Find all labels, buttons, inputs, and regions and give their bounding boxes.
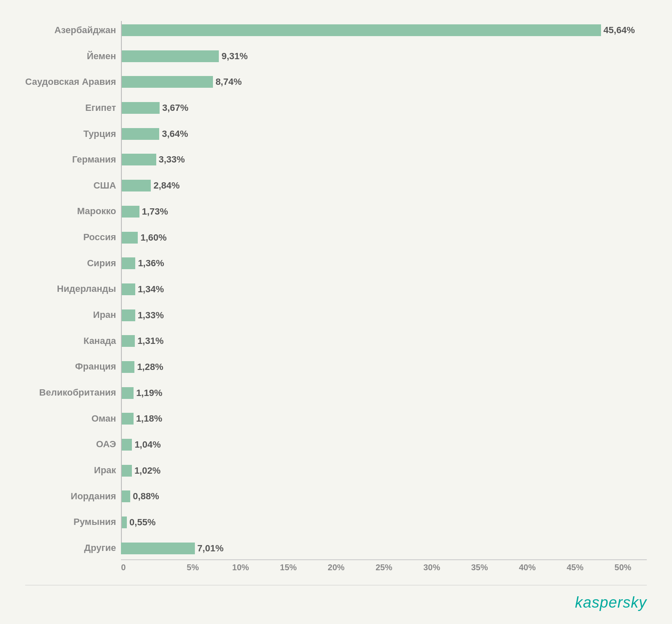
bar-18 — [121, 490, 130, 502]
bar-0 — [121, 24, 601, 36]
y-label-12: Канада — [84, 332, 116, 350]
bar-5 — [121, 154, 156, 165]
bar-value-12: 1,31% — [137, 336, 163, 346]
bar-20 — [121, 543, 194, 554]
bar-10 — [121, 283, 135, 295]
y-label-1: Йемен — [87, 47, 116, 66]
bar-value-19: 0,55% — [129, 517, 155, 528]
bar-11 — [121, 309, 135, 321]
chart-container: АзербайджанЙеменСаудовская АравияЕгипетТ… — [25, 17, 647, 572]
bar-value-20: 7,01% — [197, 543, 223, 554]
footer: kaspersky — [25, 585, 647, 616]
bar-value-1: 9,31% — [221, 51, 247, 62]
y-label-9: Сирия — [87, 254, 116, 273]
y-label-18: Иордания — [71, 487, 116, 506]
bar-value-11: 1,33% — [138, 310, 164, 321]
bar-row-17: 1,02% — [121, 461, 647, 480]
bar-4 — [121, 128, 159, 140]
y-label-5: Германия — [72, 150, 116, 169]
bar-value-18: 0,88% — [133, 491, 159, 502]
bar-row-2: 8,74% — [121, 73, 647, 91]
bar-1 — [121, 50, 219, 62]
y-label-6: США — [93, 176, 116, 195]
bar-row-14: 1,19% — [121, 384, 647, 402]
bar-value-6: 2,84% — [153, 180, 179, 191]
vertical-line — [121, 21, 122, 543]
bar-8 — [121, 232, 138, 244]
bar-value-14: 1,19% — [136, 388, 162, 399]
bar-value-9: 1,36% — [138, 258, 164, 269]
chart-area: АзербайджанЙеменСаудовская АравияЕгипетТ… — [25, 17, 647, 572]
y-label-15: Оман — [92, 409, 116, 428]
bar-value-2: 8,74% — [215, 76, 242, 87]
bar-row-11: 1,33% — [121, 306, 647, 325]
y-label-19: Румыния — [74, 513, 116, 531]
y-label-14: Великобритания — [39, 383, 116, 402]
y-label-4: Турция — [83, 125, 116, 143]
bar-13 — [121, 361, 134, 373]
bar-row-16: 1,04% — [121, 435, 647, 454]
x-tick-10: 50% — [599, 563, 647, 572]
x-tick-8: 40% — [504, 563, 551, 572]
bar-value-10: 1,34% — [138, 284, 164, 295]
bar-value-15: 1,18% — [136, 413, 162, 424]
kaspersky-logo: kaspersky — [575, 594, 647, 611]
x-tick-3: 15% — [265, 563, 312, 572]
bar-value-13: 1,28% — [137, 362, 163, 372]
bar-row-12: 1,31% — [121, 332, 647, 350]
bar-value-3: 3,67% — [162, 102, 188, 113]
bar-3 — [121, 102, 160, 114]
x-tick-4: 20% — [312, 563, 360, 572]
bar-2 — [121, 76, 213, 88]
bar-row-15: 1,18% — [121, 409, 647, 428]
bar-row-18: 0,88% — [121, 487, 647, 506]
y-label-8: Россия — [83, 228, 116, 246]
bar-row-4: 3,64% — [121, 125, 647, 143]
bar-16 — [121, 439, 132, 451]
y-label-10: Нидерланды — [57, 280, 116, 298]
y-label-3: Египет — [85, 99, 116, 117]
bar-14 — [121, 387, 134, 399]
bar-value-17: 1,02% — [134, 465, 160, 476]
y-label-0: Азербайджан — [54, 21, 116, 39]
y-label-16: ОАЭ — [96, 435, 116, 454]
y-label-17: Ирак — [94, 461, 116, 480]
x-tick-7: 35% — [456, 563, 504, 572]
bar-17 — [121, 465, 132, 477]
bar-value-8: 1,60% — [140, 232, 166, 243]
bars-and-axis: 45,64%9,31%8,74%3,67%3,64%3,33%2,84%1,73… — [121, 21, 647, 572]
bar-12 — [121, 335, 135, 347]
y-label-11: Иран — [93, 306, 116, 324]
y-label-7: Марокко — [77, 202, 116, 220]
bar-row-9: 1,36% — [121, 254, 647, 273]
y-label-2: Саудовская Аравия — [25, 73, 116, 91]
bar-row-5: 3,33% — [121, 150, 647, 169]
bar-15 — [121, 413, 134, 425]
bars-section: 45,64%9,31%8,74%3,67%3,64%3,33%2,84%1,73… — [121, 21, 647, 558]
bar-row-10: 1,34% — [121, 280, 647, 299]
x-tick-2: 10% — [217, 563, 265, 572]
x-axis: 05%10%15%20%25%30%35%40%45%50% — [121, 559, 647, 572]
x-tick-6: 30% — [408, 563, 456, 572]
bar-value-16: 1,04% — [134, 439, 160, 450]
bar-row-20: 7,01% — [121, 539, 647, 558]
y-axis-labels: АзербайджанЙеменСаудовская АравияЕгипетТ… — [25, 21, 121, 572]
bar-row-8: 1,60% — [121, 228, 647, 247]
bar-row-0: 45,64% — [121, 21, 647, 39]
bar-value-7: 1,73% — [142, 206, 168, 217]
bar-row-3: 3,67% — [121, 99, 647, 117]
bar-row-6: 2,84% — [121, 176, 647, 195]
bar-19 — [121, 517, 127, 528]
bar-row-7: 1,73% — [121, 202, 647, 221]
bar-row-13: 1,28% — [121, 358, 647, 376]
bar-row-19: 0,55% — [121, 513, 647, 532]
bar-value-0: 45,64% — [604, 25, 635, 36]
x-tick-5: 25% — [360, 563, 408, 572]
y-label-20: Другие — [84, 539, 116, 557]
x-tick-9: 45% — [551, 563, 599, 572]
x-tick-0: 0 — [121, 563, 169, 572]
bar-value-5: 3,33% — [159, 154, 185, 165]
bar-6 — [121, 180, 151, 191]
x-tick-1: 5% — [169, 563, 217, 572]
y-label-13: Франция — [75, 357, 116, 376]
